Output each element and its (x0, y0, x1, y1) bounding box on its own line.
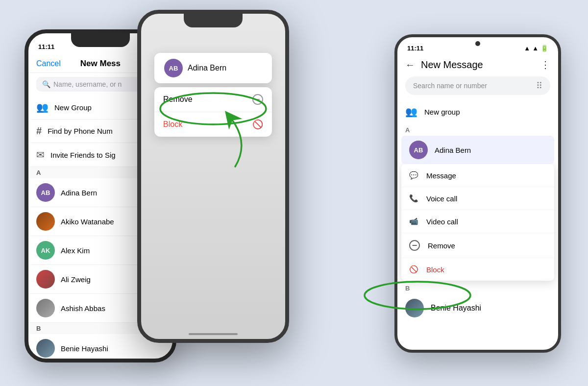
video-call-icon: 📹 (409, 217, 418, 226)
contact-name: Ali Zweig (61, 275, 91, 284)
contact-name: Adina Bern (61, 189, 97, 197)
minus-circle-icon: − (252, 94, 263, 105)
new-group-label: New group (424, 108, 460, 116)
group-icon: 👥 (405, 106, 417, 118)
status-time: 11:11 (38, 43, 54, 50)
avatar-ak: AK (36, 241, 55, 260)
contact-name: Ashish Abbas (61, 304, 105, 313)
remove-menu-item[interactable]: Remove − (154, 87, 272, 112)
contact-name: Alex Kim (61, 246, 90, 255)
home-indicator (189, 333, 238, 335)
mail-icon: ✉ (36, 149, 45, 161)
android-context-dropdown: 💬 Message 📞 Voice call 📹 Video call − Re… (401, 164, 554, 281)
center-notch (184, 14, 243, 27)
block-option[interactable]: 🚫 Block (401, 258, 554, 281)
status-icons: ▲ ▲ 🔋 (524, 45, 548, 52)
avatar-ab: AB (36, 183, 55, 202)
avatar-bh-android (405, 299, 424, 317)
search-placeholder: Name, username, or n (53, 80, 122, 88)
android-header: ← New Message ⋮ (397, 55, 558, 76)
android-contact-adina[interactable]: AB Adina Bern (401, 136, 554, 164)
wifi-icon: ▲ (524, 45, 530, 52)
dialpad-icon: ⠿ (536, 80, 542, 91)
android-time: 11:11 (407, 45, 423, 52)
hashtag-icon: # (36, 125, 42, 137)
cancel-button[interactable]: Cancel (36, 59, 61, 68)
context-content: AB Adina Bern Remove − Block 🚫 (141, 14, 285, 339)
remove-label: Remove (163, 95, 193, 104)
block-icon: 🚫 (409, 265, 418, 274)
remove-icon: − (409, 240, 420, 251)
android-title: New Message (421, 59, 535, 71)
ios-notch (71, 33, 130, 47)
avatar-az (36, 270, 55, 289)
voice-call-label: Voice call (426, 194, 457, 203)
center-phone-ios-context: AB Adina Bern Remove − Block 🚫 (137, 10, 289, 343)
right-phone-android: 11:11 ▲ ▲ 🔋 ← New Message ⋮ Search name … (394, 34, 561, 353)
search-icon: 🔍 (42, 80, 50, 88)
android-contact-benie[interactable]: Benie Hayashi (397, 294, 558, 322)
ios-context-menu: Remove − Block 🚫 (154, 87, 272, 137)
contact-name-b: Benie Hayashi (431, 304, 481, 313)
group-icon: 👥 (36, 101, 49, 113)
android-search-bar[interactable]: Search name or number ⠿ (405, 76, 550, 95)
block-label: Block (426, 265, 444, 274)
avatar-aa (36, 299, 55, 317)
selected-name: Adina Bern (188, 64, 226, 72)
header-title: New Mess (80, 59, 121, 69)
message-icon: 💬 (409, 171, 418, 180)
block-menu-item[interactable]: Block 🚫 (154, 112, 272, 137)
video-call-option[interactable]: 📹 Video call (401, 210, 554, 233)
android-section-b: B (397, 281, 558, 294)
voice-call-option[interactable]: 📞 Voice call (401, 187, 554, 210)
remove-label: Remove (428, 241, 455, 250)
new-group-label: New Group (54, 103, 92, 112)
block-label: Block (163, 120, 182, 129)
avatar-ab-selected: AB (164, 59, 183, 77)
voice-call-icon: 📞 (409, 194, 418, 203)
signal-icon: ▲ (532, 45, 539, 52)
contact-name: Akiko Watanabe (61, 217, 114, 226)
back-button[interactable]: ← (405, 59, 415, 71)
video-call-label: Video call (426, 217, 458, 226)
avatar-aw (36, 212, 55, 231)
android-new-group-item[interactable]: 👥 New group (397, 99, 558, 124)
remove-option[interactable]: − Remove (401, 233, 554, 258)
message-option[interactable]: 💬 Message (401, 164, 554, 187)
battery-icon: 🔋 (540, 45, 548, 52)
avatar-bh (36, 339, 55, 358)
selected-contact-chip: AB Adina Bern (154, 53, 272, 83)
message-label: Message (426, 171, 456, 180)
contact-name: Benie Hayashi (61, 344, 108, 353)
find-by-phone-label: Find by Phone Num (48, 127, 113, 135)
invite-friends-label: Invite Friends to Sig (50, 151, 116, 159)
block-icon: 🚫 (252, 119, 263, 130)
more-options-button[interactable]: ⋮ (540, 59, 550, 71)
android-section-a: A (397, 124, 558, 136)
android-avatar-ab: AB (409, 141, 428, 159)
android-status-bar: 11:11 ▲ ▲ 🔋 (397, 37, 558, 55)
android-contact-name: Adina Bern (435, 146, 471, 154)
search-placeholder: Search name or number (413, 82, 487, 90)
